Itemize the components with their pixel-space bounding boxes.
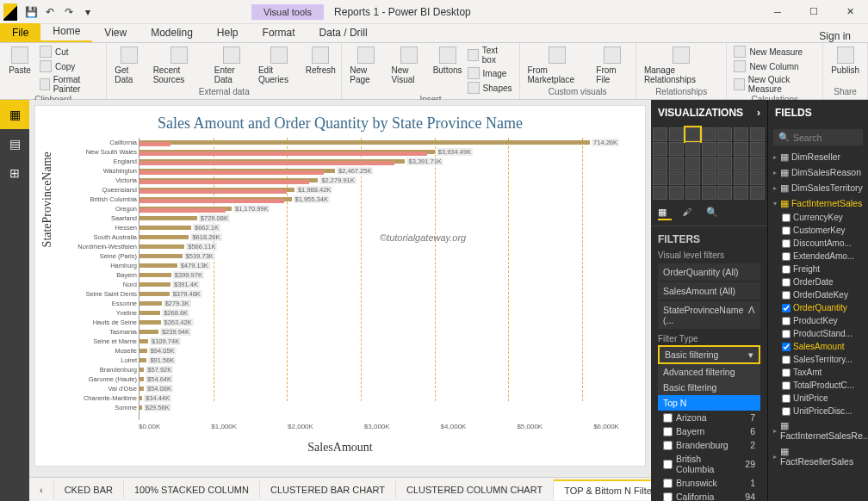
field-checkbox[interactable] <box>782 252 790 261</box>
bar-qty[interactable] <box>140 142 170 146</box>
page-tab[interactable]: CKED BAR <box>54 480 124 499</box>
tab-file[interactable]: File <box>0 23 40 42</box>
refresh-button[interactable]: Refresh <box>305 45 336 77</box>
page-tab[interactable]: 100% STACKED COLUMN <box>124 480 260 499</box>
bar-sales[interactable] <box>140 140 590 145</box>
bar-sales[interactable] <box>140 387 144 391</box>
model-view-icon[interactable]: ⊞ <box>0 158 29 188</box>
bar-qty[interactable] <box>140 189 287 194</box>
field-checkbox[interactable] <box>782 291 790 300</box>
viz-type-13[interactable] <box>750 142 765 156</box>
field-item[interactable]: SalesAmount <box>768 340 868 353</box>
field-item[interactable]: SalesTerritory... <box>768 353 868 366</box>
bar-sales[interactable] <box>140 282 170 287</box>
maximize-icon[interactable]: ☐ <box>796 0 832 24</box>
cut-button[interactable]: Cut <box>38 45 101 59</box>
image-button[interactable]: Image <box>466 66 514 80</box>
field-checkbox[interactable] <box>782 226 790 235</box>
field-item[interactable]: DiscountAmo... <box>768 237 868 250</box>
field-checkbox[interactable] <box>782 213 790 222</box>
bar-sales[interactable] <box>140 396 142 400</box>
field-checkbox[interactable] <box>782 330 790 338</box>
filter-value-row[interactable]: California94 <box>658 490 760 501</box>
viz-type-18[interactable] <box>717 157 732 170</box>
manage-relationships-button[interactable]: Manage Relationships <box>642 45 722 86</box>
viz-type-27[interactable] <box>750 171 765 185</box>
get-data-button[interactable]: Get Data <box>112 45 146 86</box>
redo-icon[interactable]: ↷ <box>60 3 78 21</box>
field-item[interactable]: UnitPriceDisc... <box>768 405 868 418</box>
field-checkbox[interactable] <box>782 381 790 390</box>
filter-value-checkbox[interactable] <box>663 479 673 488</box>
bar-qty[interactable] <box>140 170 324 175</box>
field-checkbox[interactable] <box>782 278 790 287</box>
filter-value-checkbox[interactable] <box>663 427 673 436</box>
chevron-down-icon[interactable]: ▾ <box>748 349 753 360</box>
viz-type-2[interactable] <box>685 127 700 141</box>
bar-sales[interactable] <box>140 377 144 381</box>
field-checkbox[interactable] <box>782 368 790 377</box>
viz-type-15[interactable] <box>669 157 684 170</box>
close-icon[interactable]: ✕ <box>832 0 868 24</box>
viz-type-0[interactable] <box>653 127 667 141</box>
edit-queries-button[interactable]: Edit Queries <box>256 45 301 86</box>
field-checkbox[interactable] <box>782 407 790 416</box>
viz-type-24[interactable] <box>702 171 716 185</box>
qa-dropdown[interactable]: ▾ <box>79 3 96 21</box>
filter-value-row[interactable]: Brandenburg2 <box>658 438 760 452</box>
copy-button[interactable]: Copy <box>38 59 101 73</box>
undo-icon[interactable]: ↶ <box>41 3 59 21</box>
bar-sales[interactable] <box>140 244 184 249</box>
field-item[interactable]: TaxAmt <box>768 366 868 379</box>
field-table[interactable]: ▦ DimSalesReason <box>768 164 868 180</box>
bar-sales[interactable] <box>140 330 158 334</box>
bar-sales[interactable] <box>140 235 189 239</box>
tab-help[interactable]: Help <box>205 23 251 42</box>
viz-type-8[interactable] <box>669 142 684 156</box>
field-item[interactable]: ProductStand... <box>768 327 868 340</box>
tab-format[interactable]: Format <box>251 23 307 42</box>
viz-type-16[interactable] <box>685 157 700 170</box>
bar-sales[interactable] <box>140 339 148 343</box>
viz-type-1[interactable] <box>669 127 684 141</box>
field-item[interactable]: ProductKey <box>768 314 868 327</box>
bar-sales[interactable] <box>140 301 162 306</box>
from-marketplace-button[interactable]: From Marketplace <box>525 45 591 86</box>
visualizations-header[interactable]: VISUALIZATIONS› <box>651 100 767 126</box>
bar-sales[interactable] <box>140 358 146 362</box>
field-item[interactable]: ExtendedAmo... <box>768 250 868 263</box>
filter-value-row[interactable]: Brunswick1 <box>658 476 760 490</box>
field-item[interactable]: CustomerKey <box>768 224 868 237</box>
bar-sales[interactable] <box>140 292 170 296</box>
tab-home[interactable]: Home <box>40 22 92 42</box>
new-visual-button[interactable]: New Visual <box>388 45 429 86</box>
bar-sales[interactable] <box>140 311 160 315</box>
viz-type-34[interactable] <box>750 186 765 200</box>
field-item[interactable]: Freight <box>768 263 868 275</box>
filter-value-checkbox[interactable] <box>663 413 673 423</box>
filter-item[interactable]: SalesAmount (All) <box>658 282 760 300</box>
viz-type-33[interactable] <box>734 186 748 200</box>
new-measure-button[interactable]: New Measure <box>732 45 817 59</box>
tab-modeling[interactable]: Modeling <box>139 23 205 42</box>
viz-type-30[interactable] <box>685 186 700 200</box>
tab-datadrill[interactable]: Data / Drill <box>307 23 380 42</box>
field-table[interactable]: ▦ DimReseller <box>768 149 868 164</box>
viz-type-25[interactable] <box>717 171 732 185</box>
shapes-button[interactable]: Shapes <box>466 81 514 95</box>
viz-type-11[interactable] <box>717 142 732 156</box>
recent-sources-button[interactable]: Recent Sources <box>151 45 208 86</box>
filter-value-checkbox[interactable] <box>663 492 673 502</box>
viz-type-14[interactable] <box>653 157 667 170</box>
new-quick-measure-button[interactable]: New Quick Measure <box>732 74 817 95</box>
fields-header[interactable]: FIELDS <box>768 100 868 126</box>
bar-sales[interactable] <box>140 216 197 220</box>
chevron-right-icon[interactable]: › <box>757 107 760 119</box>
format-tab-icon[interactable]: 🖌 <box>682 207 696 220</box>
field-checkbox[interactable] <box>782 239 790 248</box>
tab-view[interactable]: View <box>92 23 139 42</box>
viz-type-17[interactable] <box>702 157 716 170</box>
format-painter-button[interactable]: Format Painter <box>38 74 101 95</box>
new-page-button[interactable]: New Page <box>347 45 385 86</box>
field-table[interactable]: ▦ DimSalesTerritory <box>768 180 868 195</box>
